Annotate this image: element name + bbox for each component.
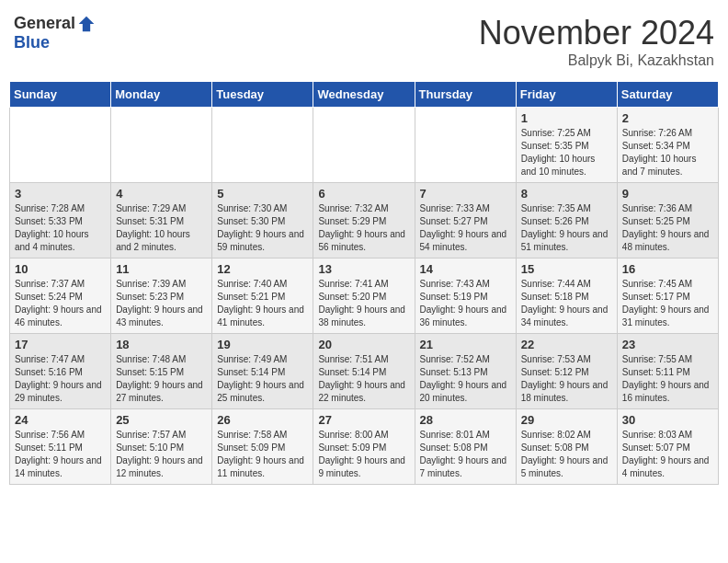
location-title: Balpyk Bi, Kazakhstan <box>479 52 714 69</box>
day-number: 16 <box>622 262 713 276</box>
day-number: 19 <box>217 338 308 351</box>
calendar-cell: 7Sunrise: 7:33 AMSunset: 5:27 PMDaylight… <box>415 183 516 259</box>
day-number: 8 <box>521 187 612 201</box>
calendar-cell <box>111 108 212 183</box>
calendar-cell: 23Sunrise: 7:55 AMSunset: 5:11 PMDayligh… <box>617 334 718 409</box>
day-number: 9 <box>622 187 713 201</box>
header-row: SundayMondayTuesdayWednesdayThursdayFrid… <box>10 82 719 108</box>
calendar-cell: 11Sunrise: 7:39 AMSunset: 5:23 PMDayligh… <box>111 259 212 334</box>
logo-icon <box>77 15 96 33</box>
day-number: 10 <box>15 262 106 276</box>
calendar-cell: 4Sunrise: 7:29 AMSunset: 5:31 PMDaylight… <box>111 183 212 259</box>
day-number: 7 <box>420 187 511 201</box>
month-title: November 2024 <box>479 14 714 52</box>
calendar-cell: 29Sunrise: 8:02 AMSunset: 5:08 PMDayligh… <box>516 409 617 485</box>
day-number: 26 <box>217 413 308 427</box>
calendar-cell: 12Sunrise: 7:40 AMSunset: 5:21 PMDayligh… <box>212 259 313 334</box>
calendar-cell: 13Sunrise: 7:41 AMSunset: 5:20 PMDayligh… <box>313 259 415 334</box>
calendar-cell: 30Sunrise: 8:03 AMSunset: 5:07 PMDayligh… <box>617 409 718 485</box>
header-tuesday: Tuesday <box>212 82 313 108</box>
calendar-cell: 25Sunrise: 7:57 AMSunset: 5:10 PMDayligh… <box>111 409 212 485</box>
day-number: 30 <box>622 413 713 427</box>
day-number: 18 <box>116 338 207 351</box>
day-detail: Sunrise: 7:51 AMSunset: 5:14 PMDaylight:… <box>318 354 405 403</box>
header-saturday: Saturday <box>617 82 718 108</box>
day-number: 12 <box>217 262 308 276</box>
day-detail: Sunrise: 8:01 AMSunset: 5:08 PMDaylight:… <box>420 430 507 478</box>
day-number: 29 <box>521 413 612 427</box>
calendar-cell: 8Sunrise: 7:35 AMSunset: 5:26 PMDaylight… <box>516 183 617 259</box>
day-number: 1 <box>521 111 612 125</box>
day-detail: Sunrise: 7:40 AMSunset: 5:21 PMDaylight:… <box>217 279 304 327</box>
calendar-cell: 15Sunrise: 7:44 AMSunset: 5:18 PMDayligh… <box>516 259 617 334</box>
day-detail: Sunrise: 7:52 AMSunset: 5:13 PMDaylight:… <box>420 354 507 403</box>
week-row-2: 3Sunrise: 7:28 AMSunset: 5:33 PMDaylight… <box>10 183 719 259</box>
calendar-cell <box>313 108 415 183</box>
calendar-cell: 22Sunrise: 7:53 AMSunset: 5:12 PMDayligh… <box>516 334 617 409</box>
calendar-cell: 20Sunrise: 7:51 AMSunset: 5:14 PMDayligh… <box>313 334 415 409</box>
day-number: 24 <box>15 413 106 427</box>
day-number: 27 <box>318 413 409 427</box>
week-row-1: 1Sunrise: 7:25 AMSunset: 5:35 PMDaylight… <box>10 108 719 183</box>
day-detail: Sunrise: 7:26 AMSunset: 5:34 PMDaylight:… <box>622 128 697 177</box>
day-detail: Sunrise: 7:56 AMSunset: 5:11 PMDaylight:… <box>15 430 102 478</box>
day-detail: Sunrise: 7:41 AMSunset: 5:20 PMDaylight:… <box>318 279 405 327</box>
header-wednesday: Wednesday <box>313 82 415 108</box>
day-detail: Sunrise: 7:35 AMSunset: 5:26 PMDaylight:… <box>521 203 609 252</box>
svg-marker-0 <box>79 16 95 31</box>
day-detail: Sunrise: 7:48 AMSunset: 5:15 PMDaylight:… <box>116 354 203 403</box>
calendar-cell: 27Sunrise: 8:00 AMSunset: 5:09 PMDayligh… <box>313 409 415 485</box>
calendar-cell: 24Sunrise: 7:56 AMSunset: 5:11 PMDayligh… <box>10 409 111 485</box>
page-header: General Blue November 2024 Balpyk Bi, Ka… <box>9 9 719 74</box>
calendar-cell: 3Sunrise: 7:28 AMSunset: 5:33 PMDaylight… <box>10 183 111 259</box>
calendar-cell: 28Sunrise: 8:01 AMSunset: 5:08 PMDayligh… <box>415 409 516 485</box>
calendar-cell: 2Sunrise: 7:26 AMSunset: 5:34 PMDaylight… <box>617 108 718 183</box>
day-number: 21 <box>420 338 511 351</box>
day-detail: Sunrise: 7:32 AMSunset: 5:29 PMDaylight:… <box>318 203 405 252</box>
day-number: 15 <box>521 262 612 276</box>
week-row-3: 10Sunrise: 7:37 AMSunset: 5:24 PMDayligh… <box>10 259 719 334</box>
calendar-body: 1Sunrise: 7:25 AMSunset: 5:35 PMDaylight… <box>10 108 719 485</box>
calendar-cell: 9Sunrise: 7:36 AMSunset: 5:25 PMDaylight… <box>617 183 718 259</box>
header-friday: Friday <box>516 82 617 108</box>
calendar-cell: 6Sunrise: 7:32 AMSunset: 5:29 PMDaylight… <box>313 183 415 259</box>
header-sunday: Sunday <box>10 82 111 108</box>
calendar-cell <box>415 108 516 183</box>
logo-general-text: General <box>14 14 75 33</box>
day-detail: Sunrise: 7:30 AMSunset: 5:30 PMDaylight:… <box>217 203 304 252</box>
calendar-cell <box>212 108 313 183</box>
day-detail: Sunrise: 7:57 AMSunset: 5:10 PMDaylight:… <box>116 430 203 478</box>
day-detail: Sunrise: 7:49 AMSunset: 5:14 PMDaylight:… <box>217 354 304 403</box>
day-detail: Sunrise: 7:47 AMSunset: 5:16 PMDaylight:… <box>15 354 102 403</box>
day-number: 4 <box>116 187 207 201</box>
week-row-4: 17Sunrise: 7:47 AMSunset: 5:16 PMDayligh… <box>10 334 719 409</box>
day-detail: Sunrise: 7:53 AMSunset: 5:12 PMDaylight:… <box>521 354 609 403</box>
day-detail: Sunrise: 7:43 AMSunset: 5:19 PMDaylight:… <box>420 279 507 327</box>
day-number: 3 <box>15 187 106 201</box>
calendar-cell: 18Sunrise: 7:48 AMSunset: 5:15 PMDayligh… <box>111 334 212 409</box>
day-detail: Sunrise: 7:37 AMSunset: 5:24 PMDaylight:… <box>15 279 102 327</box>
day-number: 2 <box>622 111 713 125</box>
header-thursday: Thursday <box>415 82 516 108</box>
calendar-cell: 1Sunrise: 7:25 AMSunset: 5:35 PMDaylight… <box>516 108 617 183</box>
week-row-5: 24Sunrise: 7:56 AMSunset: 5:11 PMDayligh… <box>10 409 719 485</box>
day-number: 28 <box>420 413 511 427</box>
day-detail: Sunrise: 7:39 AMSunset: 5:23 PMDaylight:… <box>116 279 203 327</box>
day-detail: Sunrise: 7:58 AMSunset: 5:09 PMDaylight:… <box>217 430 304 478</box>
logo-blue-text: Blue <box>14 33 50 52</box>
day-number: 20 <box>318 338 409 351</box>
day-number: 22 <box>521 338 612 351</box>
day-detail: Sunrise: 7:44 AMSunset: 5:18 PMDaylight:… <box>521 279 609 327</box>
day-number: 23 <box>622 338 713 351</box>
day-detail: Sunrise: 8:00 AMSunset: 5:09 PMDaylight:… <box>318 430 405 478</box>
day-number: 14 <box>420 262 511 276</box>
day-detail: Sunrise: 7:25 AMSunset: 5:35 PMDaylight:… <box>521 128 596 177</box>
day-detail: Sunrise: 7:33 AMSunset: 5:27 PMDaylight:… <box>420 203 507 252</box>
day-detail: Sunrise: 8:03 AMSunset: 5:07 PMDaylight:… <box>622 430 710 478</box>
title-block: November 2024 Balpyk Bi, Kazakhstan <box>479 14 714 69</box>
calendar-cell: 16Sunrise: 7:45 AMSunset: 5:17 PMDayligh… <box>617 259 718 334</box>
day-number: 11 <box>116 262 207 276</box>
day-detail: Sunrise: 7:29 AMSunset: 5:31 PMDaylight:… <box>116 203 190 252</box>
calendar-cell: 5Sunrise: 7:30 AMSunset: 5:30 PMDaylight… <box>212 183 313 259</box>
header-monday: Monday <box>111 82 212 108</box>
